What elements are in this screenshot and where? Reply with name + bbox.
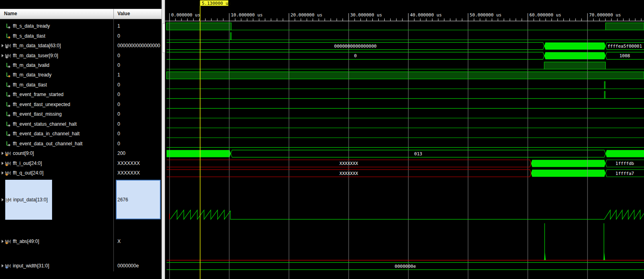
- signal-value-cell[interactable]: 0000000000000000: [114, 41, 162, 50]
- signal-name-cell[interactable]: fft_abs[49:0]: [0, 222, 113, 261]
- signal-name-content[interactable]: fft_abs[49:0]: [5, 239, 39, 244]
- signal-value-cell[interactable]: 0: [114, 138, 162, 148]
- column-divider[interactable]: [113, 9, 114, 19]
- signal-name-content[interactable]: fft_event_status_channel_halt: [5, 121, 77, 127]
- signal-name-cell[interactable]: fft_m_data_tuser[9:0]: [0, 50, 113, 60]
- signal-name-cell[interactable]: input_data[13:0]: [0, 178, 113, 222]
- signal-value-cell[interactable]: 0: [114, 119, 162, 129]
- signal-name-cell[interactable]: fft_event_frame_started: [0, 90, 113, 99]
- scrollbar-thumb[interactable]: [162, 23, 165, 53]
- signal-name-content[interactable]: fft_m_data_tlast: [5, 82, 47, 88]
- signal-row[interactable]: fft_event_status_channel_halt0: [0, 119, 162, 129]
- signal-row[interactable]: fft_event_tlast_unexpected0: [0, 100, 162, 109]
- signal-name: fft_q_out[24:0]: [12, 170, 44, 176]
- signal-value-cell[interactable]: XXXXXXX: [114, 158, 162, 168]
- signal-value-cell[interactable]: 2676: [114, 178, 162, 222]
- signal-row[interactable]: input_data[13:0]2676: [0, 178, 162, 222]
- signal-name: fft_event_data_out_channel_halt: [12, 141, 83, 147]
- expand-chevron-icon[interactable]: [2, 54, 4, 57]
- signal-name-content[interactable]: input_data[13:0]: [5, 180, 52, 220]
- signal-name-content[interactable]: fft_event_tlast_unexpected: [5, 102, 70, 107]
- signal-name-content[interactable]: count[9:0]: [5, 151, 34, 156]
- signal-name-content[interactable]: fft_event_data_out_channel_halt: [5, 141, 83, 147]
- signal-row[interactable]: fft_event_data_out_channel_halt0: [0, 138, 162, 148]
- signal-value-cell[interactable]: 0: [114, 80, 162, 90]
- value-column-header[interactable]: Value: [117, 11, 130, 16]
- signal-value: 0: [114, 62, 120, 68]
- signal-name-content[interactable]: fft_m_data_tready: [5, 72, 52, 78]
- name-column-header[interactable]: Name: [4, 11, 17, 16]
- signal-value-cell[interactable]: 1: [114, 21, 162, 31]
- signal-name-content[interactable]: fft_event_data_in_channel_halt: [5, 131, 80, 136]
- signal-row[interactable]: input_width[31:0]0000000e: [0, 261, 162, 271]
- signal-row[interactable]: fft_m_data_tuser[9:0]0: [0, 50, 162, 60]
- signal-name-content[interactable]: fft_m_data_tuser[9:0]: [5, 53, 58, 58]
- expand-chevron-icon[interactable]: [2, 162, 4, 165]
- signal-row[interactable]: fft_m_data_tdata[63:0]0000000000000000: [0, 41, 162, 50]
- signal-value-cell[interactable]: 0: [114, 90, 162, 99]
- timeline-ruler[interactable]: 0.000000 us10.000000 us20.000000 us30.00…: [165, 12, 644, 21]
- signal-row[interactable]: fft_i_out[24:0]XXXXXXX: [0, 158, 162, 168]
- signal-name-content[interactable]: fft_m_data_tvalid: [5, 62, 49, 68]
- signal-name-cell[interactable]: fft_m_data_tready: [0, 70, 113, 80]
- signal-name-content[interactable]: fft_s_data_tlast: [5, 33, 45, 39]
- signal-row[interactable]: fft_event_tlast_missing0: [0, 109, 162, 119]
- signal-name-content[interactable]: fft_event_frame_started: [5, 92, 64, 97]
- signal-name: fft_m_data_tlast: [12, 82, 47, 88]
- signal-value-cell[interactable]: 0: [114, 50, 162, 60]
- wave-svg[interactable]: 0000000000000000ffffea5f0000101008013XXX…: [165, 0, 644, 279]
- signal-value-cell[interactable]: X: [114, 222, 162, 261]
- signal-row[interactable]: fft_m_data_tvalid0: [0, 60, 162, 70]
- signal-name-content[interactable]: fft_event_tlast_missing: [5, 111, 62, 117]
- signal-name-cell[interactable]: fft_m_data_tlast: [0, 80, 113, 90]
- signal-value-cell[interactable]: 1: [114, 70, 162, 80]
- signal-row[interactable]: fft_event_data_in_channel_halt0: [0, 129, 162, 138]
- signal-value-cell[interactable]: XXXXXXX: [114, 168, 162, 178]
- waveform-canvas[interactable]: 0000000000000000ffffea5f0000101008013XXX…: [165, 0, 644, 279]
- expand-chevron-icon[interactable]: [2, 152, 4, 155]
- cursor-flag[interactable]: 5.130000 us: [200, 0, 231, 6]
- signal-row[interactable]: count[9:0]200: [0, 149, 162, 158]
- signal-value-cell[interactable]: 0: [114, 109, 162, 119]
- signal-name-cell[interactable]: fft_m_data_tdata[63:0]: [0, 41, 113, 50]
- signal-value-cell[interactable]: 0: [114, 129, 162, 138]
- signal-value-cell[interactable]: 200: [114, 149, 162, 158]
- signal-value-cell[interactable]: 0: [114, 60, 162, 70]
- expand-chevron-icon[interactable]: [2, 198, 4, 201]
- signal-row[interactable]: fft_q_out[24:0]XXXXXXX: [0, 168, 162, 178]
- vertical-scrollbar[interactable]: [162, 0, 165, 279]
- expand-chevron-icon[interactable]: [2, 171, 4, 175]
- signal-name-cell[interactable]: fft_q_out[24:0]: [0, 168, 113, 178]
- signal-row[interactable]: fft_s_data_tready1: [0, 21, 162, 31]
- signal-row[interactable]: fft_s_data_tlast0: [0, 31, 162, 40]
- signal-name-cell[interactable]: input_width[31:0]: [0, 261, 113, 271]
- signal-name-content[interactable]: fft_q_out[24:0]: [5, 170, 44, 176]
- signal-value: 0: [114, 33, 120, 39]
- signal-value-cell[interactable]: 0: [114, 31, 162, 40]
- signal-name-content[interactable]: fft_i_out[24:0]: [5, 161, 42, 166]
- signal-name-cell[interactable]: fft_s_data_tready: [0, 21, 113, 31]
- signal-name-cell[interactable]: fft_i_out[24:0]: [0, 158, 113, 168]
- signal-name-cell[interactable]: fft_s_data_tlast: [0, 31, 113, 40]
- signal-name-cell[interactable]: count[9:0]: [0, 149, 113, 158]
- signal-row[interactable]: fft_m_data_tready1: [0, 70, 162, 80]
- signal-name-cell[interactable]: fft_event_data_out_channel_halt: [0, 138, 113, 148]
- signal-name-cell[interactable]: fft_event_status_channel_halt: [0, 119, 113, 129]
- expand-chevron-icon[interactable]: [2, 264, 4, 267]
- signal-name: fft_abs[49:0]: [12, 239, 39, 244]
- expand-chevron-icon[interactable]: [2, 240, 4, 243]
- signal-row[interactable]: fft_abs[49:0]X: [0, 222, 162, 261]
- signal-name-cell[interactable]: fft_m_data_tvalid: [0, 60, 113, 70]
- signal-name-content[interactable]: input_width[31:0]: [5, 263, 49, 269]
- signal-value-cell[interactable]: 0: [114, 100, 162, 109]
- signal-name-content[interactable]: fft_s_data_tready: [5, 23, 50, 29]
- expand-chevron-icon[interactable]: [2, 44, 4, 47]
- signal-name-cell[interactable]: fft_event_tlast_missing: [0, 109, 113, 119]
- signal-name-content[interactable]: fft_m_data_tdata[63:0]: [5, 43, 61, 48]
- signal-value-cell[interactable]: 0000000e: [114, 261, 162, 271]
- signal-row[interactable]: fft_event_frame_started0: [0, 90, 162, 99]
- signal-row[interactable]: fft_m_data_tlast0: [0, 80, 162, 90]
- signal-name-cell[interactable]: fft_event_data_in_channel_halt: [0, 129, 113, 138]
- signal-name-cell[interactable]: fft_event_tlast_unexpected: [0, 100, 113, 109]
- time-tick-label: 50.000000 us: [470, 12, 501, 18]
